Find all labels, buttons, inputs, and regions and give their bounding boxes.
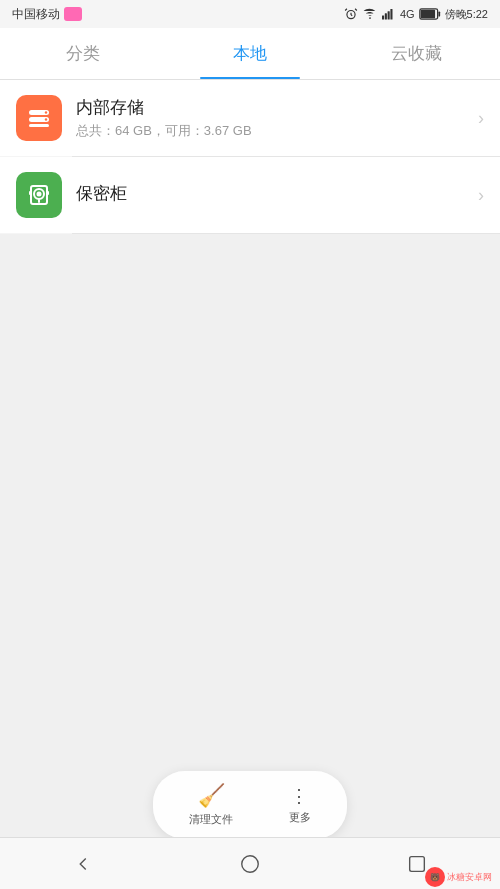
safe-title: 保密柜 <box>76 182 478 205</box>
svg-rect-17 <box>38 199 40 203</box>
empty-space <box>0 234 500 837</box>
svg-rect-3 <box>385 13 387 19</box>
back-button[interactable] <box>53 844 113 884</box>
tab-cloud[interactable]: 云收藏 <box>333 28 500 79</box>
svg-point-20 <box>242 855 259 872</box>
svg-rect-21 <box>409 856 424 871</box>
svg-point-12 <box>45 111 47 113</box>
status-left: 中国移动 <box>12 6 82 23</box>
svg-rect-19 <box>47 191 49 195</box>
wifi-icon <box>362 7 378 21</box>
storage-icon <box>16 95 62 141</box>
svg-point-13 <box>45 118 47 120</box>
svg-rect-4 <box>387 11 389 19</box>
more-icon: ⋮ <box>290 785 310 807</box>
tab-local[interactable]: 本地 <box>167 28 334 79</box>
clean-icon: 🧹 <box>198 783 225 809</box>
toolbar-inner: 🧹 清理文件 ⋮ 更多 <box>153 771 347 839</box>
home-icon <box>239 853 261 875</box>
time-display: 傍晚5:22 <box>445 7 488 22</box>
status-bar: 中国移动 4G 傍晚5:22 <box>0 0 500 28</box>
clean-label: 清理文件 <box>189 812 233 827</box>
svg-rect-7 <box>420 10 434 18</box>
bottom-toolbar: 🧹 清理文件 ⋮ 更多 <box>0 773 500 837</box>
signal-4g: 4G <box>400 8 415 20</box>
watermark: 🐻 冰糖安卓网 <box>425 867 492 887</box>
back-icon <box>72 853 94 875</box>
storage-title: 内部存储 <box>76 96 478 119</box>
watermark-text: 冰糖安卓网 <box>447 871 492 884</box>
clean-files-button[interactable]: 🧹 清理文件 <box>177 779 245 831</box>
safe-text: 保密柜 <box>76 182 478 208</box>
list-item-safe-box[interactable]: 保密柜 › <box>0 157 500 233</box>
more-button[interactable]: ⋮ 更多 <box>277 781 323 829</box>
storage-text: 内部存储 总共：64 GB，可用：3.67 GB <box>76 96 478 140</box>
svg-point-1 <box>369 17 371 19</box>
watermark-logo: 🐻 <box>425 867 445 887</box>
more-label: 更多 <box>289 810 311 825</box>
tab-bar: 分类 本地 云收藏 <box>0 28 500 80</box>
svg-rect-2 <box>382 15 384 19</box>
svg-point-16 <box>37 192 42 197</box>
safe-chevron: › <box>478 185 484 206</box>
svg-rect-5 <box>390 9 392 20</box>
storage-subtitle: 总共：64 GB，可用：3.67 GB <box>76 122 478 140</box>
tab-classify[interactable]: 分类 <box>0 28 167 79</box>
svg-rect-11 <box>29 124 49 127</box>
list-item-internal-storage[interactable]: 内部存储 总共：64 GB，可用：3.67 GB › <box>0 80 500 156</box>
storage-chevron: › <box>478 108 484 129</box>
battery-icon <box>419 8 441 20</box>
signal-icon <box>382 7 396 21</box>
safe-icon <box>16 172 62 218</box>
carrier-icon <box>64 7 82 21</box>
carrier-name: 中国移动 <box>12 6 60 23</box>
svg-rect-18 <box>29 191 31 195</box>
home-button[interactable] <box>220 844 280 884</box>
nav-bar: 🐻 冰糖安卓网 <box>0 837 500 889</box>
content-area: 内部存储 总共：64 GB，可用：3.67 GB › 保密柜 › <box>0 80 500 837</box>
status-right: 4G 傍晚5:22 <box>344 7 488 22</box>
alarm-icon <box>344 7 358 21</box>
svg-rect-8 <box>438 11 440 16</box>
